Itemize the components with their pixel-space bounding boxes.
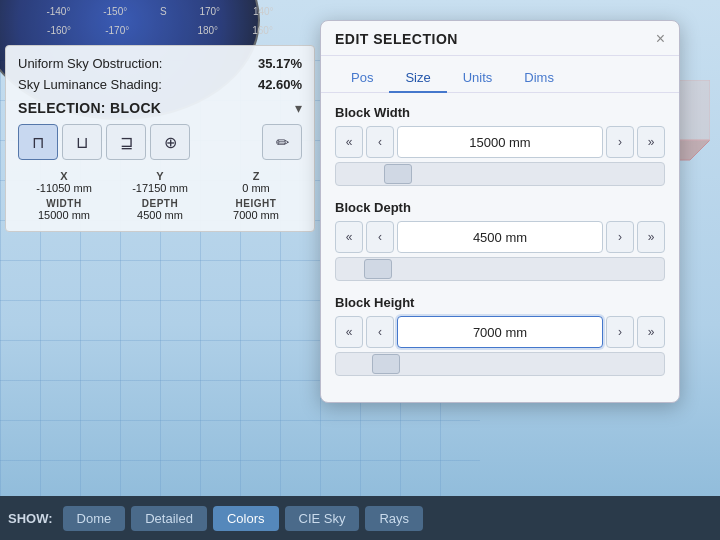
tab-dims[interactable]: Dims: [508, 64, 570, 93]
block-depth-section: Block Depth « ‹ › »: [335, 200, 665, 281]
tool-icon-magnet3[interactable]: ⊒: [106, 124, 146, 160]
height-dim: HEIGHT 7000 mm: [210, 198, 302, 221]
tool-icon-pencil[interactable]: ✏: [262, 124, 302, 160]
block-width-double-right[interactable]: »: [637, 126, 665, 158]
sky-lum-value: 42.60%: [258, 77, 302, 92]
depth-value: 4500 mm: [114, 209, 206, 221]
tab-size[interactable]: Size: [389, 64, 446, 93]
height-label: HEIGHT: [210, 198, 302, 209]
block-height-input[interactable]: [397, 316, 603, 348]
block-width-left[interactable]: ‹: [366, 126, 394, 158]
block-depth-input[interactable]: [397, 221, 603, 253]
y-label: Y: [114, 170, 206, 182]
block-width-section: Block Width « ‹ › »: [335, 105, 665, 186]
block-depth-slider[interactable]: [335, 257, 665, 281]
x-coord: X -11050 mm: [18, 170, 110, 194]
show-bar: SHOW: Dome Detailed Colors CIE Sky Rays: [0, 496, 720, 540]
block-width-label: Block Width: [335, 105, 665, 120]
tool-icon-globe[interactable]: ⊕: [150, 124, 190, 160]
uniform-sky-value: 35.17%: [258, 56, 302, 71]
uniform-sky-row: Uniform Sky Obstruction: 35.17%: [18, 56, 302, 71]
modal-header: EDIT SELECTION ×: [321, 21, 679, 56]
x-value: -11050 mm: [18, 182, 110, 194]
width-value: 15000 mm: [18, 209, 110, 221]
block-height-section: Block Height « ‹ › »: [335, 295, 665, 376]
z-label: Z: [210, 170, 302, 182]
modal-title: EDIT SELECTION: [335, 31, 458, 47]
show-colors-button[interactable]: Colors: [213, 506, 279, 531]
coordinates-grid: X -11050 mm Y -17150 mm Z 0 mm: [18, 170, 302, 194]
x-label: X: [18, 170, 110, 182]
edit-selection-modal: EDIT SELECTION × Pos Size Units Dims Blo…: [320, 20, 680, 403]
block-height-double-right[interactable]: »: [637, 316, 665, 348]
tab-units[interactable]: Units: [447, 64, 509, 93]
block-depth-right[interactable]: ›: [606, 221, 634, 253]
block-width-input[interactable]: [397, 126, 603, 158]
y-coord: Y -17150 mm: [114, 170, 206, 194]
tab-bar: Pos Size Units Dims: [321, 56, 679, 93]
compass-labels-2: -160°-170°180°160°: [30, 25, 290, 36]
show-dome-button[interactable]: Dome: [63, 506, 126, 531]
block-height-right[interactable]: ›: [606, 316, 634, 348]
height-value: 7000 mm: [210, 209, 302, 221]
block-depth-thumb[interactable]: [364, 259, 392, 279]
block-height-label: Block Height: [335, 295, 665, 310]
show-cie-sky-button[interactable]: CIE Sky: [285, 506, 360, 531]
block-depth-left[interactable]: ‹: [366, 221, 394, 253]
block-width-slider[interactable]: [335, 162, 665, 186]
tool-icons-row: ⊓ ⊔ ⊒ ⊕ ✏: [18, 124, 302, 160]
show-label: SHOW:: [8, 511, 53, 526]
block-width-right[interactable]: ›: [606, 126, 634, 158]
block-depth-label: Block Depth: [335, 200, 665, 215]
block-depth-controls: « ‹ › »: [335, 221, 665, 253]
tool-icon-magnet1[interactable]: ⊓: [18, 124, 58, 160]
selection-title: SELECTION: BLOCK: [18, 100, 161, 116]
width-dim: WIDTH 15000 mm: [18, 198, 110, 221]
uniform-sky-label: Uniform Sky Obstruction:: [18, 56, 163, 71]
dimensions-grid: WIDTH 15000 mm DEPTH 4500 mm HEIGHT 7000…: [18, 198, 302, 221]
sky-lum-label: Sky Luminance Shading:: [18, 77, 162, 92]
depth-label: DEPTH: [114, 198, 206, 209]
block-width-thumb[interactable]: [384, 164, 412, 184]
chevron-down-icon[interactable]: ▾: [295, 100, 302, 116]
block-width-controls: « ‹ › »: [335, 126, 665, 158]
y-value: -17150 mm: [114, 182, 206, 194]
block-height-controls: « ‹ › »: [335, 316, 665, 348]
block-height-slider[interactable]: [335, 352, 665, 376]
info-panel: Uniform Sky Obstruction: 35.17% Sky Lumi…: [5, 45, 315, 232]
width-label: WIDTH: [18, 198, 110, 209]
tab-pos[interactable]: Pos: [335, 64, 389, 93]
block-depth-double-right[interactable]: »: [637, 221, 665, 253]
modal-body: Block Width « ‹ › » Block Depth « ‹ › »: [321, 93, 679, 402]
block-height-thumb[interactable]: [372, 354, 400, 374]
block-width-double-left[interactable]: «: [335, 126, 363, 158]
sky-lum-row: Sky Luminance Shading: 42.60%: [18, 77, 302, 92]
depth-dim: DEPTH 4500 mm: [114, 198, 206, 221]
block-height-double-left[interactable]: «: [335, 316, 363, 348]
close-button[interactable]: ×: [656, 31, 665, 47]
block-height-left[interactable]: ‹: [366, 316, 394, 348]
show-detailed-button[interactable]: Detailed: [131, 506, 207, 531]
selection-header: SELECTION: BLOCK ▾: [18, 100, 302, 116]
block-depth-double-left[interactable]: «: [335, 221, 363, 253]
z-value: 0 mm: [210, 182, 302, 194]
show-rays-button[interactable]: Rays: [365, 506, 423, 531]
tool-icon-magnet2[interactable]: ⊔: [62, 124, 102, 160]
z-coord: Z 0 mm: [210, 170, 302, 194]
